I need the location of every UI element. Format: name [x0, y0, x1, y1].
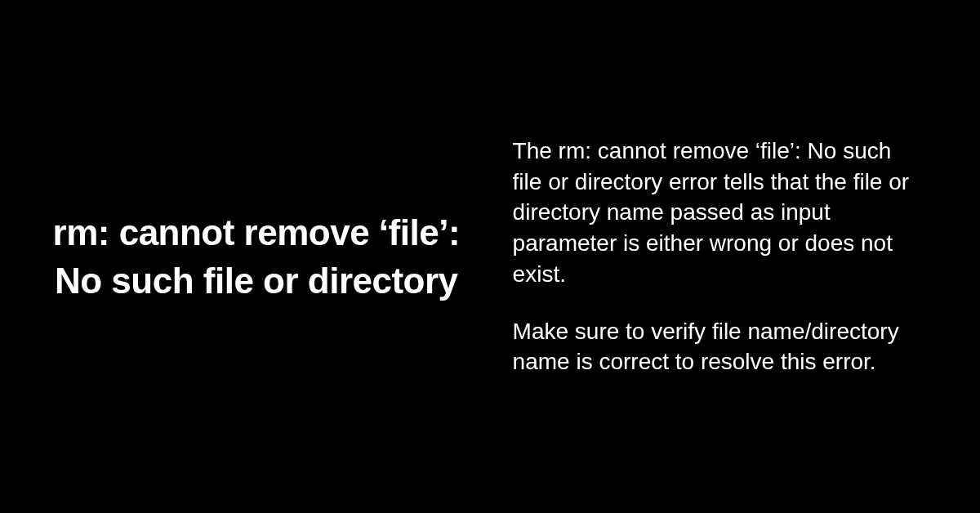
content-container: rm: cannot remove ‘file’: No such file o… — [49, 136, 931, 378]
error-heading: rm: cannot remove ‘file’: No such file o… — [49, 208, 464, 306]
explanation-paragraph-1: The rm: cannot remove ‘file’: No such fi… — [513, 136, 915, 290]
left-column: rm: cannot remove ‘file’: No such file o… — [49, 208, 464, 306]
right-column: The rm: cannot remove ‘file’: No such fi… — [513, 136, 931, 378]
explanation-paragraph-2: Make sure to verify file name/directory … — [513, 316, 915, 378]
